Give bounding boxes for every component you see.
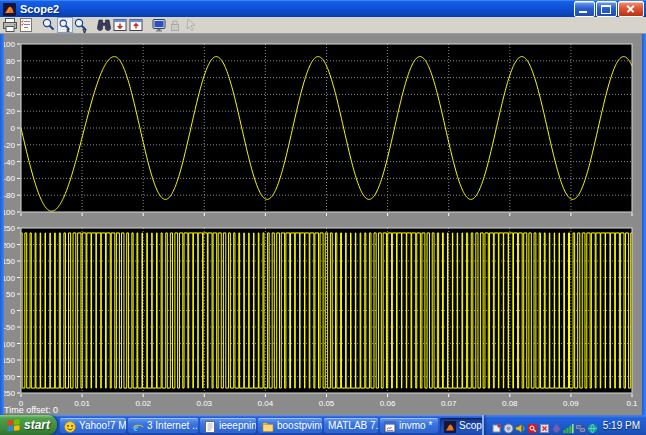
task-buttons: Yahoo!7 Me...e3 Internet ...▼ieeepninved… [60,418,482,433]
start-button[interactable]: start [0,415,57,435]
wireless-signal-tray-icon[interactable] [563,420,574,431]
toolbar-separator [144,17,151,33]
save-axes-icon [112,17,128,33]
autoscale-icon [96,17,112,33]
svg-text:0: 0 [11,124,16,133]
restore-axes-button[interactable] [128,17,144,33]
svg-text:-60: -60 [3,174,15,183]
zoom-y-button[interactable]: y [73,17,89,33]
taskbar-button-label: MATLAB 7... [328,420,378,431]
tray-icons [491,420,598,431]
scope-plots[interactable]: 100806040200-20-40-60-80-100250200150100… [0,34,646,415]
svg-text:-40: -40 [3,158,15,167]
maximize-button[interactable] [596,1,617,17]
scope-window-icon [3,2,16,15]
save-axes-button[interactable] [112,17,128,33]
internet-explorer-icon: e [132,419,144,431]
restore-axes-icon [128,17,144,33]
svg-text:0.09: 0.09 [563,399,579,408]
scope-toolbar: xy [0,17,646,34]
taskbar-button-yahoo-7-me[interactable]: Yahoo!7 Me... [60,418,126,433]
svg-text:20: 20 [6,107,15,116]
window-titlebar: Scope2 [0,0,646,17]
svg-text:0.01: 0.01 [74,399,90,408]
windows-update-tray-icon[interactable] [503,420,514,431]
taskbar-button-label: ieeepninvedi... [219,420,256,431]
svg-text:0.06: 0.06 [380,399,396,408]
windows-flag-icon [7,418,21,432]
network-tray-icon[interactable] [575,420,586,431]
svg-text:0.1: 0.1 [626,399,638,408]
zoom-x-button[interactable]: x [57,17,73,33]
notification-tray-icon[interactable] [491,420,502,431]
svg-text:0.02: 0.02 [135,399,151,408]
svg-text:80: 80 [6,57,15,66]
zoom-x-icon: x [58,17,72,33]
svg-text:-80: -80 [3,191,15,200]
svg-text:0: 0 [11,307,16,316]
taskbar-button-ieeepninvedi[interactable]: ieeepninvedi... [200,418,256,433]
volume-tray-icon[interactable] [515,420,526,431]
taskbar-button-label: Yahoo!7 Me... [79,420,126,431]
signal-selection-button [183,17,199,33]
simulink-model-icon [384,419,396,431]
window-left-border [0,34,4,415]
taskbar-button-boostpvinv[interactable]: boostpvinv [258,418,322,433]
taskbar-clock: 5:19 PM [603,420,640,431]
taskbar-button-invmo[interactable]: invmo * [380,418,438,433]
autoscale-button[interactable] [96,17,112,33]
svg-text:40: 40 [6,90,15,99]
messenger-tray-icon[interactable] [551,420,562,431]
lock-axes-icon [167,17,183,33]
floating-scope-icon [151,17,167,33]
taskbar-button-scope2[interactable]: Scope2 [440,418,482,433]
taskbar-button-3-internet[interactable]: e3 Internet ...▼ [128,418,198,433]
time-offset-label: Time offset: [4,405,51,415]
svg-text:y: y [83,27,87,34]
folder-icon [262,419,274,431]
taskbar: start Yahoo!7 Me...e3 Internet ...▼ieeep… [0,415,646,435]
desktop: Scope2 xy 100806040200-20-40-60-80-10025… [0,0,646,435]
print-icon [2,17,18,33]
close-button[interactable] [618,1,644,17]
yahoo-messenger-icon [64,419,76,431]
internet-globe-tray-icon[interactable] [587,420,598,431]
taskbar-button-label: Scope2 [459,420,482,431]
svg-text:0.05: 0.05 [319,399,335,408]
minimize-button[interactable] [574,1,595,17]
floating-scope-button[interactable] [151,17,167,33]
alert-tray-icon[interactable] [539,420,550,431]
svg-text:0.07: 0.07 [441,399,457,408]
signal-selection-icon [183,17,199,33]
scope-axes-1: 100806040200-20-40-60-80-100 [0,40,632,217]
time-offset-value: 0 [53,405,58,415]
toolbar-separator [34,17,41,33]
zoom-icon [41,17,57,33]
scope-icon [444,419,456,431]
svg-text:50: 50 [6,290,15,299]
zoom-y-icon: y [73,17,89,33]
zoom-button[interactable] [41,17,57,33]
taskbar-button-label: invmo * [399,420,432,431]
scope-client-area: 100806040200-20-40-60-80-100250200150100… [0,34,646,415]
document-icon [204,419,216,431]
antivirus-tray-icon[interactable] [527,420,538,431]
parameters-button[interactable] [18,17,34,33]
window-title: Scope2 [20,3,574,15]
svg-text:-50: -50 [3,323,15,332]
start-label: start [24,418,50,432]
time-offset: Time offset: 0 [4,405,58,415]
taskbar-button-matlab-7[interactable]: MATLAB 7... [324,418,378,433]
toolbar-separator [89,17,96,33]
print-button[interactable] [2,17,18,33]
window-right-border [642,34,646,415]
svg-text:0.04: 0.04 [258,399,274,408]
parameters-icon [18,17,34,33]
svg-text:0.03: 0.03 [197,399,213,408]
svg-text:0.08: 0.08 [502,399,518,408]
scope-axes-2: 250200150100500-50-100-150-200-25000.010… [0,224,638,408]
svg-text:x: x [66,26,70,33]
taskbar-button-label: boostpvinv [277,420,322,431]
svg-text:60: 60 [6,74,15,83]
svg-text:-20: -20 [3,141,15,150]
